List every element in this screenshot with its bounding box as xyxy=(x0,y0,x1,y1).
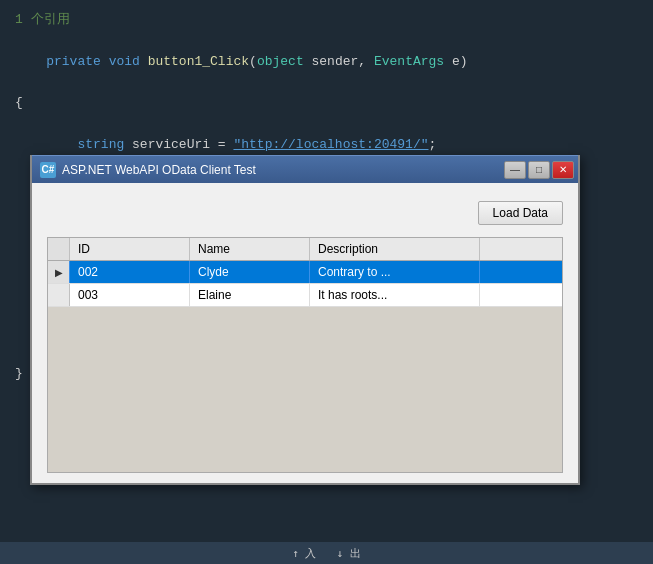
window-controls[interactable]: — □ ✕ xyxy=(504,161,574,179)
row-empty-cell xyxy=(48,284,70,306)
bottom-btn-2[interactable]: ↓ 出 xyxy=(337,546,361,561)
dialog-titlebar: C# ASP.NET WebAPI OData Client Test — □ … xyxy=(32,155,578,183)
paren-open: ( xyxy=(249,54,257,69)
datagrid-empty-area xyxy=(48,307,562,472)
bottom-status-strip: ↑ 入 ↓ 出 xyxy=(0,542,653,564)
code-line-1: private void button1_Click(object sender… xyxy=(15,31,638,93)
cell-name-2: Elaine xyxy=(190,284,310,306)
cell-id-2: 003 xyxy=(70,284,190,306)
param-sender: sender, xyxy=(304,54,374,69)
cell-desc-1: Contrary to ... xyxy=(310,261,480,283)
maximize-button[interactable]: □ xyxy=(528,161,550,179)
type-eventargs: EventArgs xyxy=(374,54,444,69)
close-button[interactable]: ✕ xyxy=(552,161,574,179)
cell-id-1: 002 xyxy=(70,261,190,283)
dialog-window: C# ASP.NET WebAPI OData Client Test — □ … xyxy=(30,155,580,485)
table-row[interactable]: 003 Elaine It has roots... xyxy=(48,284,562,307)
datagrid: ID Name Description ▶ 002 Clyde Contrary… xyxy=(47,237,563,473)
cell-name-1: Clyde xyxy=(190,261,310,283)
load-btn-row: Load Data xyxy=(47,193,563,225)
bottom-btn-1[interactable]: ↑ 入 xyxy=(292,546,316,561)
minimize-button[interactable]: — xyxy=(504,161,526,179)
load-data-button[interactable]: Load Data xyxy=(478,201,563,225)
string-uri: "http://localhost:20491/" xyxy=(233,137,428,152)
dialog-app-icon: C# xyxy=(40,162,56,178)
row-arrow-icon: ▶ xyxy=(55,267,63,278)
header-cell-name: Name xyxy=(190,238,310,260)
code-line-brace-open: { xyxy=(15,93,638,114)
header-cell-description: Description xyxy=(310,238,480,260)
keyword-void: void xyxy=(109,54,148,69)
table-row[interactable]: ▶ 002 Clyde Contrary to ... xyxy=(48,261,562,284)
code-comment: 1 个引用 xyxy=(15,10,638,31)
type-object: object xyxy=(257,54,304,69)
method-name: button1_Click xyxy=(148,54,249,69)
cell-desc-2: It has roots... xyxy=(310,284,480,306)
header-cell-arrow xyxy=(48,238,70,260)
dialog-title-text: ASP.NET WebAPI OData Client Test xyxy=(62,163,256,177)
row-arrow-cell: ▶ xyxy=(48,261,70,283)
dialog-body: Load Data ID Name Description ▶ 002 Clyd… xyxy=(32,183,578,483)
datagrid-header: ID Name Description xyxy=(48,238,562,261)
keyword-private: private xyxy=(46,54,108,69)
title-left: C# ASP.NET WebAPI OData Client Test xyxy=(40,162,256,178)
param-e: e) xyxy=(444,54,467,69)
keyword-string: string xyxy=(77,137,124,152)
header-cell-id: ID xyxy=(70,238,190,260)
